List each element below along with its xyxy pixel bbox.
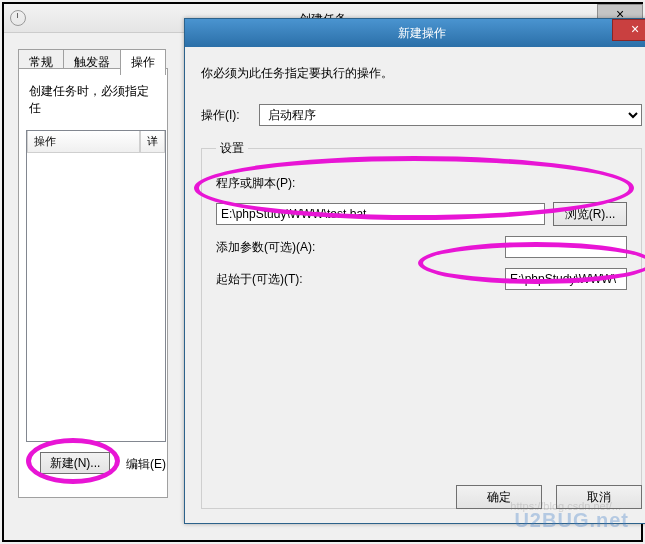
clock-icon bbox=[10, 10, 26, 26]
startin-label: 起始于(可选)(T): bbox=[216, 271, 366, 288]
col-details[interactable]: 详 bbox=[140, 131, 165, 153]
tab-actions[interactable]: 操作 bbox=[120, 49, 166, 75]
settings-legend: 设置 bbox=[216, 140, 248, 157]
actions-table: 操作 详 bbox=[26, 130, 166, 442]
action-label: 操作(I): bbox=[201, 107, 259, 124]
args-label: 添加参数(可选)(A): bbox=[216, 239, 366, 256]
edit-button[interactable]: 编辑(E) bbox=[126, 456, 166, 473]
dialog-close-button[interactable]: × bbox=[612, 19, 645, 41]
new-action-dialog: 新建操作 × 你必须为此任务指定要执行的操作。 操作(I): 启动程序 设置 程… bbox=[184, 18, 645, 524]
new-button[interactable]: 新建(N)... bbox=[40, 452, 110, 474]
col-action[interactable]: 操作 bbox=[27, 131, 140, 153]
program-label: 程序或脚本(P): bbox=[216, 175, 328, 192]
dialog-instruction: 你必须为此任务指定要执行的操作。 bbox=[201, 65, 642, 82]
action-select[interactable]: 启动程序 bbox=[259, 104, 642, 126]
dialog-title: 新建操作 bbox=[398, 26, 446, 40]
ok-button[interactable]: 确定 bbox=[456, 485, 542, 509]
cancel-button[interactable]: 取消 bbox=[556, 485, 642, 509]
dialog-titlebar: 新建操作 × bbox=[185, 19, 645, 47]
tab-note: 创建任务时，必须指定任 bbox=[29, 83, 157, 117]
browse-button[interactable]: 浏览(R)... bbox=[553, 202, 627, 226]
startin-input[interactable] bbox=[505, 268, 627, 290]
program-input[interactable] bbox=[216, 203, 545, 225]
settings-group: 设置 程序或脚本(P): 浏览(R)... 添加参数(可选)(A): 起始于(可… bbox=[201, 140, 642, 509]
args-input[interactable] bbox=[505, 236, 627, 258]
